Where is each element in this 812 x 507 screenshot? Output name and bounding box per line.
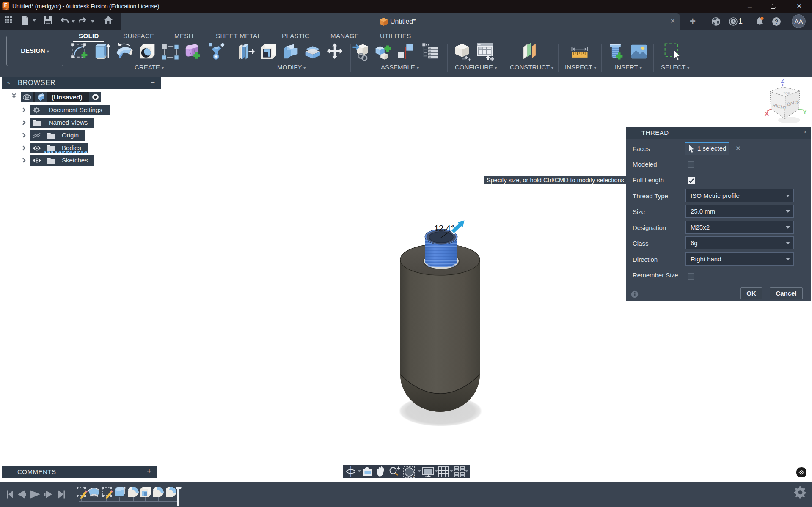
svg-text:F3D: F3D <box>4 8 8 10</box>
svg-text:Z: Z <box>781 77 784 84</box>
svg-text:TOP: TOP <box>783 91 790 96</box>
svg-text:Y: Y <box>803 108 807 115</box>
svg-text:?: ? <box>775 18 779 25</box>
svg-text:X: X <box>765 110 769 117</box>
svg-text:F: F <box>4 3 7 8</box>
